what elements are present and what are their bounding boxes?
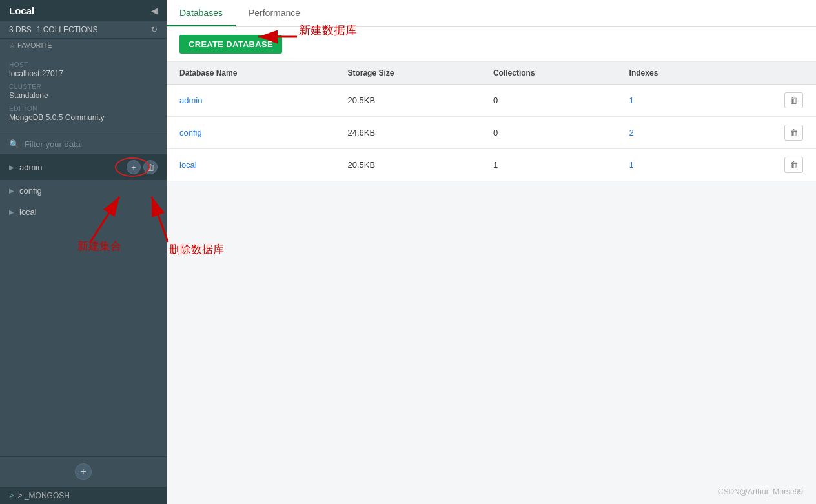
- delete-row-button-config[interactable]: 🗑: [784, 125, 803, 141]
- host-info: HOST localhost:27017 CLUSTER Standalone …: [0, 55, 167, 134]
- host-value: localhost:27017: [9, 69, 158, 78]
- db-admin-actions: + 🗑: [127, 160, 158, 174]
- tab-databases[interactable]: Databases: [167, 0, 236, 26]
- sidebar-controls: 3 DBS 1 COLLECTIONS ↻: [0, 21, 167, 39]
- sidebar: Local ◀ 3 DBS 1 COLLECTIONS ↻ ☆ FAVORITE…: [0, 0, 167, 504]
- db-name-link-local[interactable]: local: [179, 160, 197, 170]
- delete-db-button-admin[interactable]: 🗑: [143, 160, 158, 174]
- indexes-link-admin[interactable]: 1: [629, 96, 634, 105]
- db-cell-name: local: [167, 149, 334, 181]
- sidebar-item-config[interactable]: ▶ config: [0, 180, 167, 201]
- dbs-count: 3 DBS: [9, 25, 32, 34]
- edition-value: MongoDB 5.0.5 Community: [9, 113, 158, 122]
- db-name-admin: admin: [19, 163, 127, 172]
- db-cell-name: config: [167, 117, 334, 149]
- indexes-link-local[interactable]: 1: [629, 160, 634, 170]
- chevron-right-icon: ▶: [9, 208, 14, 216]
- chevron-right-icon: ▶: [9, 164, 14, 171]
- filter-input[interactable]: [25, 139, 158, 149]
- db-cell-collections: 0: [480, 117, 617, 149]
- delete-row-button-admin[interactable]: 🗑: [784, 92, 803, 108]
- db-name-config: config: [19, 186, 158, 196]
- col-header-database-name: Database Name: [167, 62, 334, 85]
- chevron-right-icon: ▶: [9, 187, 14, 194]
- db-cell-action: 🗑: [726, 85, 816, 117]
- create-database-button[interactable]: CREATE DATABASE: [179, 35, 282, 54]
- db-cell-collections: 1: [480, 149, 617, 181]
- content-area: CREATE DATABASE Database Name Storage Si…: [167, 27, 816, 504]
- col-header-indexes: Indexes: [617, 62, 726, 85]
- search-icon: 🔍: [9, 139, 19, 149]
- db-cell-indexes: 2: [617, 117, 726, 149]
- database-list: ▶ admin + 🗑 ▶ config ▶ local: [0, 154, 167, 456]
- cluster-label: CLUSTER: [9, 83, 158, 90]
- db-cell-indexes: 1: [617, 149, 726, 181]
- add-collection-button-admin[interactable]: +: [127, 160, 141, 174]
- sidebar-title: Local: [9, 5, 34, 16]
- refresh-icon[interactable]: ↻: [151, 25, 158, 34]
- db-cell-collections: 0: [480, 85, 617, 117]
- col-header-collections: Collections: [480, 62, 617, 85]
- db-cell-action: 🗑: [726, 117, 816, 149]
- col-header-actions: [726, 62, 816, 85]
- sidebar-item-admin[interactable]: ▶ admin + 🗑: [0, 154, 167, 180]
- mongosh-prompt: >: [9, 490, 14, 500]
- db-cell-indexes: 1: [617, 85, 726, 117]
- db-cell-storage: 20.5KB: [334, 149, 480, 181]
- tab-performance[interactable]: Performance: [236, 0, 313, 26]
- db-cell-storage: 20.5KB: [334, 85, 480, 117]
- toolbar: CREATE DATABASE: [167, 27, 816, 62]
- db-name-link-admin[interactable]: admin: [179, 96, 202, 105]
- db-cell-storage: 24.6KB: [334, 117, 480, 149]
- add-database-button[interactable]: +: [75, 463, 92, 480]
- sidebar-header: Local ◀: [0, 0, 167, 21]
- sidebar-item-local[interactable]: ▶ local: [0, 201, 167, 223]
- favorite-button[interactable]: ☆ FAVORITE: [0, 39, 167, 55]
- table-header-row: Database Name Storage Size Collections I…: [167, 62, 816, 85]
- table-row: config 24.6KB 0 2 🗑: [167, 117, 816, 149]
- db-cell-action: 🗑: [726, 149, 816, 181]
- sidebar-bottom: +: [0, 456, 167, 487]
- col-header-storage-size: Storage Size: [334, 62, 480, 85]
- mongosh-label: > _MONGOSH: [18, 491, 70, 500]
- table-row: local 20.5KB 1 1 🗑: [167, 149, 816, 181]
- delete-row-button-local[interactable]: 🗑: [784, 157, 803, 173]
- table-row: admin 20.5KB 0 1 🗑: [167, 85, 816, 117]
- collections-count: 1 COLLECTIONS: [37, 25, 98, 34]
- host-label: HOST: [9, 61, 158, 68]
- filter-bar: 🔍: [0, 134, 167, 154]
- main-content: Databases Performance CREATE DATABASE Da…: [167, 0, 816, 504]
- db-name-local: local: [19, 207, 158, 217]
- databases-table: Database Name Storage Size Collections I…: [167, 62, 816, 181]
- db-cell-name: admin: [167, 85, 334, 117]
- db-name-link-config[interactable]: config: [179, 128, 202, 137]
- edition-label: EDITION: [9, 105, 158, 112]
- sidebar-collapse-btn[interactable]: ◀: [151, 6, 158, 15]
- tabs-bar: Databases Performance: [167, 0, 816, 27]
- indexes-link-config[interactable]: 2: [629, 128, 634, 137]
- cluster-value: Standalone: [9, 91, 158, 100]
- mongosh-bar[interactable]: > > _MONGOSH: [0, 487, 167, 504]
